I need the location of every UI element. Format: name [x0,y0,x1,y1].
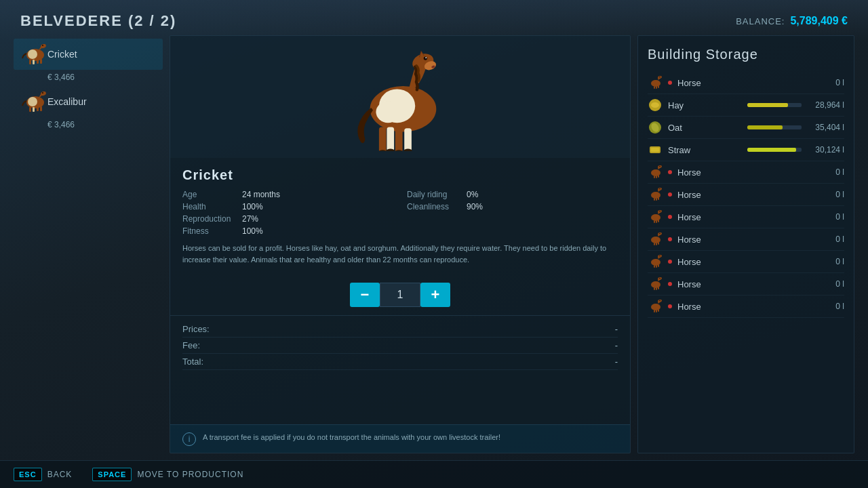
space-move-button[interactable]: SPACE MOVE TO PRODUCTION [92,468,243,481]
animal-entry-1[interactable]: Excalibur€ 3,466 [14,86,163,129]
storage-amount-7: 0 l [807,235,844,244]
svg-rect-25 [404,128,412,151]
storage-amount-5: 0 l [807,190,844,199]
storage-item-7: Horse0 l [648,228,844,251]
svg-point-22 [425,57,427,58]
storage-bar-wrap-2 [747,125,802,129]
storage-list: Horse0 lHay28,964 lOat35,404 lStraw30,12… [648,72,844,318]
storage-dot-5 [668,192,672,197]
description-text: Horses can be sold for a profit. Horses … [182,243,618,265]
stat-row-1: Daily riding0% [407,190,618,199]
prices-label: Prices: [182,324,210,334]
svg-rect-79 [656,287,657,290]
storage-bar-wrap-3 [747,148,802,152]
svg-rect-13 [33,107,35,112]
animal-item-1[interactable]: Excalibur [14,86,163,117]
svg-rect-28 [379,127,387,151]
stat-label-3: Cleanliness [407,202,461,211]
stat-label-2: Health [182,202,237,211]
svg-rect-66 [654,243,655,245]
storage-icon-8 [648,254,663,269]
svg-point-40 [651,102,659,108]
storage-item-6: Horse0 l [648,206,844,228]
svg-rect-50 [658,175,659,178]
storage-icon-7 [648,232,663,247]
svg-point-57 [651,214,660,221]
balance-area: BALANCE: 5,789,409 € [736,15,848,27]
stat-row-2: Health100% [182,202,393,211]
decrease-button[interactable]: − [350,283,380,307]
storage-amount-2: 35,404 l [807,123,844,132]
svg-point-65 [659,233,660,235]
storage-name-2: Oat [668,123,742,133]
svg-point-77 [659,278,660,279]
storage-amount-6: 0 l [807,212,844,222]
svg-point-47 [659,166,660,167]
storage-icon-4 [648,165,663,180]
storage-bar-3 [747,148,796,152]
svg-rect-49 [656,176,657,178]
selected-animal-name: Cricket [182,167,618,183]
storage-title: Building Storage [648,47,844,62]
storage-item-2: Oat35,404 l [648,117,844,139]
esc-key: ESC [14,468,42,481]
info-area: Cricket Age24 monthsDaily riding0%Health… [170,158,630,283]
storage-amount-3: 30,124 l [807,145,844,155]
storage-name-3: Straw [668,145,742,155]
svg-rect-12 [29,107,31,112]
storage-icon-1 [648,98,663,113]
storage-name-10: Horse [677,302,802,312]
stat-row-0: Age24 months [182,190,393,199]
storage-icon-0 [648,75,663,90]
animal-list-icon-1 [20,92,47,112]
svg-point-9 [28,97,37,106]
storage-dot-8 [668,260,672,264]
total-row: Total: - [182,354,618,370]
svg-point-63 [651,237,660,243]
svg-point-35 [659,77,660,78]
svg-point-53 [659,188,660,190]
esc-back-button[interactable]: ESC BACK [14,468,72,481]
animal-item-0[interactable]: Cricket [14,39,163,70]
svg-rect-5 [33,60,35,64]
stat-value-4: 27% [242,214,258,224]
increase-button[interactable]: + [420,283,450,307]
storage-dot-6 [668,215,672,219]
move-label: MOVE TO PRODUCTION [137,470,243,479]
svg-rect-24 [395,128,403,151]
main-layout: BELVEDERE (2 / 2) BALANCE: 5,789,409 € C… [0,0,868,488]
info-note-text: A transport fee is applied if you do not… [203,432,500,443]
storage-amount-4: 0 l [807,167,844,177]
price-section: Prices: - Fee: - Total: - [170,315,630,375]
svg-rect-67 [656,243,657,245]
animal-price-1: € 3,466 [14,120,163,129]
storage-icon-5 [648,187,663,202]
storage-item-4: Horse0 l [648,161,844,184]
svg-point-45 [651,169,660,176]
svg-rect-38 [658,85,659,88]
total-label: Total: [182,357,203,367]
svg-rect-84 [654,310,655,312]
svg-point-3 [42,45,43,46]
svg-point-59 [659,211,660,212]
footer: ESC BACK SPACE MOVE TO PRODUCTION [0,460,868,488]
fee-label: Fee: [182,340,200,350]
svg-point-11 [42,92,43,94]
svg-point-51 [651,192,660,199]
stat-label-6: Fitness [182,226,237,236]
stat-label-0: Age [182,190,237,199]
storage-amount-1: 28,964 l [807,100,844,110]
quantity-display: 1 [380,283,420,307]
storage-name-9: Horse [677,279,802,289]
stat-value-1: 0% [467,190,478,199]
prices-value: - [615,324,618,334]
animal-list-icon-0 [20,44,47,64]
svg-rect-15 [40,106,42,111]
storage-name-0: Horse [677,78,802,88]
storage-name-8: Horse [677,257,802,267]
animal-entry-0[interactable]: Cricket€ 3,466 [14,39,163,82]
storage-item-1: Hay28,964 l [648,94,844,117]
stat-row-4: Reproduction27% [182,214,393,224]
storage-dot-4 [668,170,672,174]
storage-icon-9 [648,277,663,291]
